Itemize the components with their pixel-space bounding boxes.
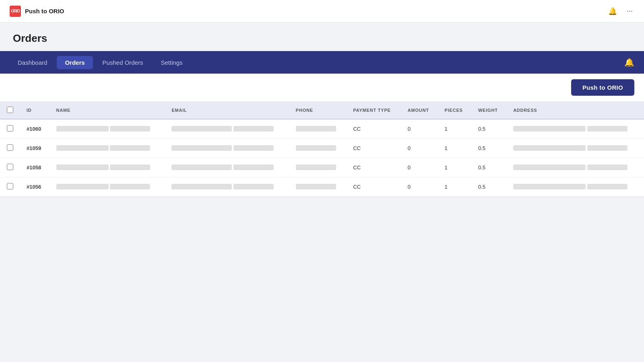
row-checkbox-cell [0, 119, 20, 139]
row-address [507, 119, 644, 139]
top-bar-right: 🔔 ··· [607, 5, 634, 17]
col-amount: AMOUNT [401, 102, 438, 119]
row-checkbox-cell [0, 177, 20, 197]
top-bar: ORIO Push to ORIO 🔔 ··· [0, 0, 644, 23]
row-phone [289, 177, 347, 197]
row-weight: 0.5 [472, 158, 507, 177]
bell-icon: 🔔 [608, 7, 617, 16]
row-pieces: 1 [438, 177, 472, 197]
row-payment-type: CC [347, 139, 401, 158]
row-id: #1060 [20, 119, 50, 139]
row-checkbox[interactable] [7, 183, 13, 189]
row-pieces: 1 [438, 119, 472, 139]
row-pieces: 1 [438, 139, 472, 158]
bottom-empty-area [0, 197, 644, 317]
col-name: NAME [50, 102, 165, 119]
app-title: Push to ORIO [25, 8, 64, 14]
tab-dashboard[interactable]: Dashboard [10, 56, 55, 69]
row-name [50, 177, 165, 197]
page-title: Orders [13, 32, 631, 45]
col-id: ID [20, 102, 50, 119]
row-weight: 0.5 [472, 119, 507, 139]
row-email [165, 139, 289, 158]
table-row: #1059 CC 0 1 0.5 [0, 139, 644, 158]
row-phone [289, 158, 347, 177]
row-name [50, 158, 165, 177]
toolbar: Push to ORIO [0, 74, 644, 102]
col-email: EMAIL [165, 102, 289, 119]
row-payment-type: CC [347, 158, 401, 177]
row-phone [289, 119, 347, 139]
row-name [50, 139, 165, 158]
row-name [50, 119, 165, 139]
row-amount: 0 [401, 177, 438, 197]
orders-table-wrapper: ID NAME EMAIL PHONE PAYMENT TYPE AMOUNT … [0, 102, 644, 197]
row-payment-type: CC [347, 119, 401, 139]
tab-pushed-orders[interactable]: Pushed Orders [95, 56, 151, 69]
row-email [165, 177, 289, 197]
col-checkbox [0, 102, 20, 119]
nav-bell-icon[interactable]: 🔔 [624, 58, 634, 67]
select-all-checkbox[interactable] [7, 107, 13, 113]
row-id: #1056 [20, 177, 50, 197]
notification-button[interactable]: 🔔 [607, 5, 619, 17]
row-phone [289, 139, 347, 158]
col-address: ADDRESS [507, 102, 644, 119]
row-amount: 0 [401, 119, 438, 139]
more-icon: ··· [627, 7, 633, 15]
row-pieces: 1 [438, 158, 472, 177]
row-id: #1059 [20, 139, 50, 158]
row-email [165, 158, 289, 177]
table-row: #1060 CC 0 1 0.5 [0, 119, 644, 139]
row-checkbox[interactable] [7, 164, 13, 170]
row-weight: 0.5 [472, 177, 507, 197]
table-header-row: ID NAME EMAIL PHONE PAYMENT TYPE AMOUNT … [0, 102, 644, 119]
row-address [507, 177, 644, 197]
row-amount: 0 [401, 158, 438, 177]
row-address [507, 139, 644, 158]
row-id: #1058 [20, 158, 50, 177]
table-header: ID NAME EMAIL PHONE PAYMENT TYPE AMOUNT … [0, 102, 644, 119]
row-checkbox[interactable] [7, 144, 13, 151]
row-amount: 0 [401, 139, 438, 158]
row-email [165, 119, 289, 139]
row-checkbox-cell [0, 158, 20, 177]
row-payment-type: CC [347, 177, 401, 197]
nav-bar: Dashboard Orders Pushed Orders Settings … [0, 51, 644, 74]
tab-orders[interactable]: Orders [57, 56, 93, 69]
logo-icon: ORIO [10, 6, 21, 17]
col-pieces: PIECES [438, 102, 472, 119]
table-body: #1060 CC 0 1 0.5 #1059 [0, 119, 644, 197]
orders-table: ID NAME EMAIL PHONE PAYMENT TYPE AMOUNT … [0, 102, 644, 197]
page-header: Orders [0, 23, 644, 51]
row-weight: 0.5 [472, 139, 507, 158]
table-row: #1058 CC 0 1 0.5 [0, 158, 644, 177]
col-phone: PHONE [289, 102, 347, 119]
col-payment-type: PAYMENT TYPE [347, 102, 401, 119]
tab-settings[interactable]: Settings [153, 56, 190, 69]
row-address [507, 158, 644, 177]
more-options-button[interactable]: ··· [625, 5, 634, 17]
top-bar-left: ORIO Push to ORIO [10, 6, 64, 17]
col-weight: WEIGHT [472, 102, 507, 119]
table-row: #1056 CC 0 1 0.5 [0, 177, 644, 197]
row-checkbox[interactable] [7, 125, 13, 132]
push-to-orio-button[interactable]: Push to ORIO [571, 79, 634, 96]
row-checkbox-cell [0, 139, 20, 158]
nav-tabs: Dashboard Orders Pushed Orders Settings [10, 56, 191, 69]
